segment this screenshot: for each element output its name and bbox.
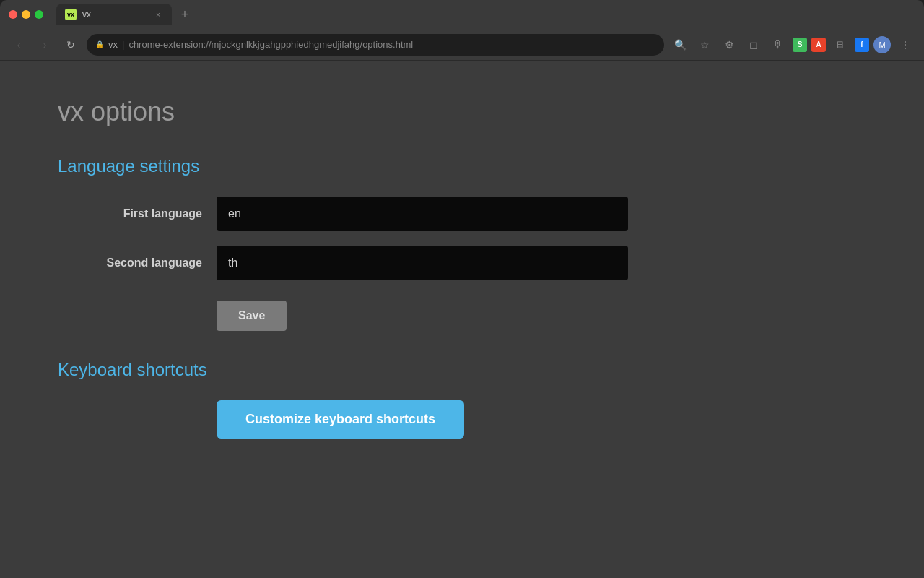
address-url: chrome-extension://mjockgnlkkjgahgpphied… [128,39,413,50]
minimize-traffic-light[interactable] [22,10,30,19]
traffic-lights [9,10,43,19]
forward-button[interactable]: › [35,35,55,55]
page-title: vx options [58,97,866,127]
ext-a-icon[interactable]: A [811,38,826,52]
maximize-traffic-light[interactable] [35,10,43,19]
address-bar[interactable]: 🔒 vx | chrome-extension://mjockgnlkkjgah… [87,34,664,56]
cast-icon[interactable]: ◻ [744,35,764,55]
second-language-row: Second language [58,246,866,280]
search-icon[interactable]: 🔍 [670,35,690,55]
profile-icon[interactable]: M [873,36,891,53]
tab-close-button[interactable]: × [153,9,163,20]
bookmark-icon[interactable]: ☆ [694,35,715,55]
address-bar-row: ‹ › ↻ 🔒 vx | chrome-extension://mjockgnl… [0,29,924,61]
second-language-label: Second language [58,256,217,269]
save-button[interactable]: Save [217,301,287,331]
screen-ext-icon[interactable]: 🖥 [830,35,850,55]
tab-title: vx [82,9,147,20]
first-language-input[interactable] [217,197,628,231]
microphone-icon[interactable]: 🎙 [768,35,788,55]
title-bar: vx vx × + [0,0,924,29]
second-language-input[interactable] [217,246,628,280]
reload-button[interactable]: ↻ [61,35,81,55]
facebook-ext-icon[interactable]: f [855,38,869,52]
first-language-row: First language [58,197,866,231]
tab-favicon: vx [65,9,77,20]
first-language-label: First language [58,207,217,220]
tabs-area: vx vx × + [56,4,915,25]
address-separator: | [122,39,124,50]
language-settings-section: Language settings First language Second … [58,156,866,331]
extensions-icon[interactable]: ⚙ [719,35,739,55]
close-traffic-light[interactable] [9,10,17,19]
new-tab-button[interactable]: + [175,4,195,25]
customize-keyboard-shortcuts-button[interactable]: Customize keyboard shortcuts [217,400,464,439]
keyboard-shortcuts-section: Keyboard shortcuts Customize keyboard sh… [58,360,866,439]
page-content: vx options Language settings First langu… [0,61,924,578]
keyboard-shortcuts-heading: Keyboard shortcuts [58,360,866,380]
address-site-name: vx [108,39,118,50]
toolbar-icons: 🔍 ☆ ⚙ ◻ 🎙 S A 🖥 f M ⋮ [670,35,915,55]
menu-button[interactable]: ⋮ [895,35,915,55]
browser-frame: vx vx × + ‹ › ↻ 🔒 vx | chrome-ext [0,0,924,578]
back-button[interactable]: ‹ [9,35,29,55]
address-lock-icon: 🔒 [95,40,104,48]
grammarly-ext-icon[interactable]: S [793,38,807,52]
browser-tab[interactable]: vx vx × [56,4,172,25]
language-settings-heading: Language settings [58,156,866,176]
